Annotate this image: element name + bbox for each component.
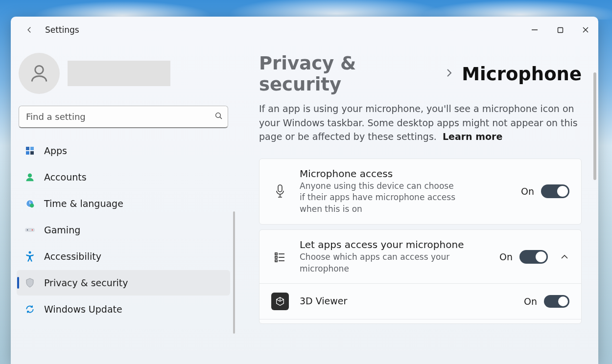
nav-label: Accounts [44, 172, 87, 182]
main-panel: Privacy & security Microphone If an app … [236, 43, 598, 364]
gamepad-icon [24, 225, 35, 235]
microphone-icon [271, 184, 289, 199]
sidebar-item-update[interactable]: Windows Update [17, 296, 230, 322]
app-3d-toggle[interactable] [544, 295, 569, 308]
nav-label: Windows Update [44, 304, 122, 315]
apps-access-toggle[interactable] [519, 250, 548, 264]
profile-block[interactable] [17, 53, 230, 106]
search-input[interactable] [19, 106, 228, 128]
svg-point-14 [27, 229, 28, 231]
svg-point-9 [28, 174, 32, 178]
mic-access-toggle[interactable] [541, 184, 569, 198]
svg-rect-18 [275, 253, 277, 255]
nav-label: Time & language [44, 198, 123, 209]
app-name: 3D Viewer [300, 296, 513, 306]
nav-list: Apps Accounts Time & language [17, 138, 230, 322]
sidebar-item-gaming[interactable]: Gaming [17, 217, 230, 243]
maximize-button[interactable] [547, 20, 573, 40]
mic-access-card: Microphone access Anyone using this devi… [259, 159, 582, 225]
app-icon-3d-viewer [271, 293, 289, 310]
accessibility-icon [24, 251, 35, 262]
breadcrumb-current: Microphone [462, 64, 582, 85]
learn-more-link[interactable]: Learn more [443, 131, 502, 142]
clock-icon [24, 198, 35, 209]
svg-point-15 [32, 229, 33, 231]
apps-access-card: Let apps access your microphone Choose w… [259, 229, 582, 324]
avatar [19, 53, 60, 94]
setting-title: Let apps access your microphone [300, 239, 489, 250]
svg-rect-8 [30, 151, 34, 155]
toggle-state: On [524, 296, 537, 307]
svg-point-3 [216, 113, 221, 118]
sidebar-item-accounts[interactable]: Accounts [17, 164, 230, 190]
main-scrollbar[interactable] [593, 72, 596, 180]
sidebar-scrollbar[interactable] [233, 211, 235, 334]
svg-point-16 [29, 251, 31, 254]
profile-name-redacted [68, 61, 170, 86]
svg-rect-7 [26, 151, 29, 155]
setting-sub: Anyone using this device can choose if t… [300, 181, 456, 215]
accounts-icon [24, 172, 35, 182]
chevron-right-icon [445, 68, 453, 80]
back-button[interactable] [20, 20, 39, 40]
titlebar: Settings [11, 17, 598, 43]
svg-line-4 [220, 117, 222, 119]
nav-label: Accessibility [44, 251, 101, 262]
nav-label: Privacy & security [44, 277, 128, 288]
svg-rect-20 [275, 256, 277, 258]
svg-rect-5 [26, 147, 29, 150]
sidebar-item-time[interactable]: Time & language [17, 191, 230, 216]
shield-icon [24, 277, 35, 288]
sidebar: Apps Accounts Time & language [11, 43, 236, 364]
close-button[interactable] [573, 20, 598, 40]
svg-point-2 [35, 66, 44, 74]
update-icon [24, 304, 35, 315]
setting-sub: Choose which apps can access your microp… [300, 251, 456, 275]
window-title: Settings [45, 25, 79, 35]
svg-rect-1 [558, 27, 563, 32]
sidebar-item-accessibility[interactable]: Accessibility [17, 244, 230, 269]
page-description: If an app is using your microphone, you'… [259, 102, 582, 144]
svg-rect-22 [275, 260, 277, 262]
sidebar-item-privacy[interactable]: Privacy & security [17, 270, 230, 296]
toggle-state: On [521, 186, 534, 197]
nav-label: Gaming [44, 225, 80, 235]
breadcrumb-parent[interactable]: Privacy & security [259, 53, 436, 95]
svg-point-12 [30, 204, 34, 207]
search-icon [214, 112, 223, 122]
svg-rect-17 [278, 185, 282, 192]
chevron-up-icon[interactable] [560, 254, 569, 259]
nav-label: Apps [44, 145, 67, 156]
svg-rect-13 [25, 228, 35, 232]
breadcrumb: Privacy & security Microphone [259, 53, 582, 95]
minimize-button[interactable] [522, 20, 547, 40]
setting-title: Microphone access [300, 168, 510, 180]
toggle-state: On [499, 251, 513, 262]
list-icon [271, 251, 289, 263]
sidebar-item-apps[interactable]: Apps [17, 138, 230, 163]
settings-window: Settings [11, 17, 598, 364]
svg-rect-6 [30, 147, 34, 150]
apps-icon [24, 145, 35, 156]
